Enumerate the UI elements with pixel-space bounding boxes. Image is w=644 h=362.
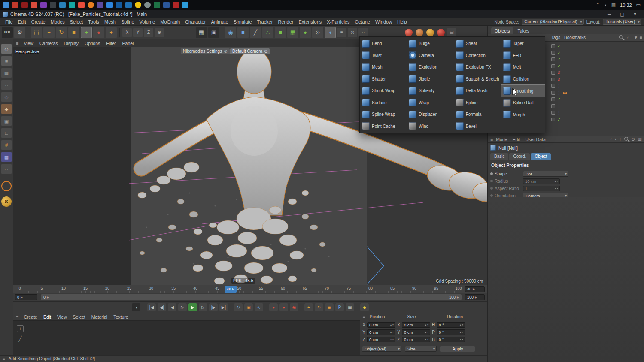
points-mode-icon[interactable]: ∴	[1, 80, 12, 90]
viewport-menu-filter[interactable]: Filter	[103, 41, 118, 46]
notification-icon[interactable]: ▭	[636, 2, 641, 8]
spinner[interactable]: ▲▼	[425, 338, 429, 340]
tab-object[interactable]: Object	[531, 153, 551, 160]
uv-mode-icon[interactable]: ▣	[1, 116, 12, 126]
edit-material-icon[interactable]: ╱	[17, 335, 24, 342]
object-mode-dropdown[interactable]: Object (Rel)	[362, 346, 401, 352]
taskbar-app-icon[interactable]	[88, 2, 94, 8]
menu-item-correction[interactable]: Correction	[454, 50, 501, 62]
record-parameter-icon[interactable]: P	[335, 303, 344, 311]
scale-tool-icon[interactable]: ■	[68, 27, 79, 38]
menu-window[interactable]: Window	[373, 19, 395, 24]
axis-lock-y-button[interactable]: Y	[133, 28, 143, 37]
apply-button[interactable]: Apply	[440, 346, 475, 352]
size-mode-dropdown[interactable]: Size	[405, 346, 437, 352]
menu-animate[interactable]: Animate	[208, 19, 231, 24]
cinema-ring-icon[interactable]	[1, 181, 12, 191]
viewport-menu-view[interactable]: View	[21, 41, 36, 46]
menu-item-twist[interactable]: Twist	[360, 50, 407, 62]
substance-icon[interactable]: S	[1, 196, 12, 207]
spinner[interactable]: ▲▼	[390, 324, 394, 326]
menu-item-jiggle[interactable]: Jiggle	[407, 73, 453, 85]
menu-octane[interactable]: Octane	[352, 19, 372, 24]
add-tool-icon[interactable]: +	[106, 27, 117, 38]
coordinates-hamburger-icon[interactable]: ≡	[363, 314, 365, 319]
autokey-button[interactable]: ●	[279, 303, 288, 311]
material-menu-view[interactable]: View	[55, 314, 70, 320]
taskbar-app-icon[interactable]	[163, 2, 170, 8]
menu-item-spline-rail[interactable]: Spline Rail	[501, 97, 545, 109]
menu-item-spherify[interactable]: Spherify	[407, 85, 453, 97]
close-button[interactable]: ✕	[629, 12, 641, 17]
play-backwards-button[interactable]: ▷	[178, 303, 187, 311]
settings-gear-icon[interactable]: ⚙	[14, 27, 25, 38]
sound-icon[interactable]: ∿	[255, 303, 263, 311]
end-frame-field[interactable]: 100 F	[465, 294, 485, 300]
menu-item-surface[interactable]: Surface	[360, 97, 407, 109]
layout-dropdown[interactable]: Tutorials (User)	[603, 19, 641, 25]
menu-xparticles[interactable]: X-Particles	[324, 19, 352, 24]
rot-h-field[interactable]: 0 °▲▼	[437, 322, 465, 328]
size-z-field[interactable]: 0 cm▲▼	[402, 337, 430, 342]
menu-character[interactable]: Character	[182, 19, 208, 24]
render-view-icon[interactable]: ▦	[196, 27, 207, 38]
circle-tool-icon[interactable]: ○	[358, 28, 368, 37]
menu-item-spline-wrap[interactable]: Spline Wrap	[360, 109, 407, 121]
menu-item-shear[interactable]: Shear	[454, 38, 501, 50]
bookmarks-header[interactable]: Bookmarks	[564, 35, 586, 40]
object-row-tags[interactable]: ✓	[551, 117, 561, 122]
tags-header[interactable]: Tags	[551, 35, 560, 40]
keyframe-selection-icon[interactable]: ▣	[244, 303, 253, 311]
spinner[interactable]: ▲▼	[390, 338, 394, 340]
taskbar-app-icon[interactable]	[144, 2, 151, 8]
menu-item-squash-stretch[interactable]: Squash & Stretch	[454, 73, 501, 85]
new-panel-icon[interactable]: ▦	[638, 137, 642, 142]
record-scale-icon[interactable]: ▣	[325, 303, 334, 311]
taskbar-app-icon[interactable]	[182, 2, 188, 8]
taskbar-app-icon[interactable]	[106, 2, 113, 8]
texture-mode-icon[interactable]: ▦	[1, 68, 12, 78]
menu-render[interactable]: Render	[275, 19, 296, 24]
material-preview-icon[interactable]: ◑	[132, 303, 140, 311]
menu-tools[interactable]: Tools	[85, 19, 102, 24]
timeline-ruler[interactable]: 0 5 10 15 20 25 30 35 40 45 50 55 60 65 …	[13, 285, 487, 293]
menu-item-melt[interactable]: Melt	[501, 61, 545, 73]
selected-object-row[interactable]: Null [Null]	[490, 145, 518, 151]
live-selection-icon[interactable]: ⬚	[31, 27, 42, 38]
snap-grid-icon[interactable]: #	[1, 140, 12, 150]
menu-item-displacer[interactable]: Displacer	[407, 109, 453, 121]
octane-settings-icon[interactable]	[416, 29, 423, 36]
material-hamburger-icon[interactable]: ≡	[16, 314, 18, 320]
taskbar-app-icon[interactable]	[21, 2, 28, 8]
am-hamburger-icon[interactable]: ≡	[490, 137, 493, 142]
object-row-tags[interactable]: ✓	[551, 63, 561, 69]
menu-item-delta-mush[interactable]: Delta Mush	[454, 85, 501, 97]
menu-volume[interactable]: Volume	[137, 19, 158, 24]
rotate-tool-icon[interactable]: ↻	[56, 27, 67, 38]
next-key-button[interactable]: |▶	[209, 303, 218, 311]
timeline-range-bar[interactable]: 0 F 100 F	[41, 294, 462, 300]
spinner[interactable]: ▲▼	[459, 331, 464, 333]
material-menu-select[interactable]: Select	[70, 314, 88, 320]
object-row-tags[interactable]: ✓	[551, 57, 561, 62]
key-interpolation-icon[interactable]: ◆	[360, 303, 369, 311]
taskbar-app-icon[interactable]	[173, 2, 179, 8]
loop-mode-icon[interactable]: ↻	[234, 303, 243, 311]
workplane-icon[interactable]: ∟	[1, 128, 12, 138]
taskbar-app-icon[interactable]	[125, 2, 132, 8]
network-icon[interactable]: ▦	[611, 2, 616, 8]
taskbar-app-icon[interactable]	[40, 2, 47, 8]
lock-workplane-icon[interactable]: ▱	[1, 164, 12, 174]
viewport-menu-options[interactable]: Options	[82, 41, 103, 46]
maximize-button[interactable]: ▢	[616, 12, 629, 17]
viewport-menu-cameras[interactable]: Cameras	[37, 41, 61, 46]
windows-start-icon[interactable]	[3, 2, 9, 8]
coordinate-system-icon[interactable]: ⊕	[155, 28, 164, 37]
object-row-tags[interactable]: ✗	[551, 77, 561, 82]
volume-builder-icon[interactable]: ●	[300, 27, 311, 38]
am-menu-mode[interactable]: Mode	[494, 137, 509, 142]
taskbar-app-icon[interactable]	[50, 2, 56, 8]
material-menu-edit[interactable]: Edit	[41, 314, 54, 320]
deformer-icon[interactable]: ◖	[325, 27, 336, 38]
keyframe-dot-icon[interactable]	[490, 172, 493, 175]
